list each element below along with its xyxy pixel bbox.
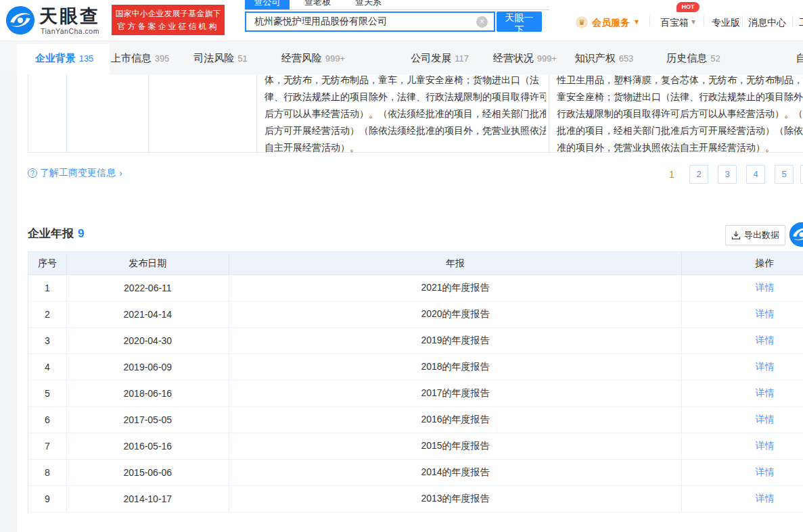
tab-count: 117: [455, 53, 469, 64]
detail-link[interactable]: 详情: [756, 308, 775, 320]
search-button[interactable]: 天眼一下: [497, 11, 542, 32]
detail-link[interactable]: 详情: [756, 414, 775, 426]
change-before-cell: 体，无纺布，无纺布制品，童车，儿童安全座椅；货物进出口（法 律、行政法规禁止的项…: [265, 72, 546, 156]
message-center-link[interactable]: 消息中心: [748, 17, 786, 29]
text-line: 性卫生用品，塑料薄膜，复合芯体，无纺布，无纺布制品，童车，儿: [557, 72, 803, 89]
search-tab-company[interactable]: 查公司: [245, 0, 290, 9]
clear-search-icon[interactable]: ×: [476, 16, 488, 28]
row-report: 2020的年度报告: [229, 301, 682, 327]
tab-label: 自: [796, 52, 803, 65]
tab-history-info[interactable]: 历史信息 52: [666, 41, 720, 75]
tab-label: 上市信息: [111, 52, 152, 65]
logo-title[interactable]: 天眼查: [39, 4, 100, 28]
text-line: 准的项目外，凭营业执照依法自主开展经营活动）。: [557, 139, 803, 156]
tab-label: 司法风险: [193, 52, 234, 65]
row-report: 2015的年度报告: [229, 433, 682, 459]
column-header-date: 发布日期: [67, 252, 229, 274]
row-no: 3: [28, 328, 67, 354]
gov-certification-badge: 国家中小企业发展子基金旗下 官方备案企业征信机构: [112, 5, 225, 35]
change-table-border: [256, 74, 257, 152]
text-line: 自主开展经营活动）。: [265, 139, 546, 156]
detail-link[interactable]: 详情: [756, 493, 775, 505]
page: 天眼查 TianYanCha.com 国家中小企业发展子基金旗下 官方备案企业征…: [0, 0, 803, 532]
table-row: 5 2018-06-16 2017的年度报告 详情: [28, 381, 803, 407]
tab-operation-risk[interactable]: 经营风险 999+: [281, 41, 345, 75]
tab-count: 395: [155, 53, 170, 64]
section-count: 9: [78, 227, 84, 240]
change-info-link-label: 了解工商变更信息: [40, 167, 116, 179]
table-row: 8 2015-06-06 2014的年度报告 详情: [28, 460, 803, 486]
row-report: 2018的年度报告: [229, 354, 682, 380]
row-no: 2: [28, 301, 67, 327]
question-circle-icon: ?: [28, 168, 37, 178]
toolbox-caret-icon: ▾: [691, 17, 695, 26]
row-date: 2016-05-16: [67, 433, 229, 459]
search-tab-boss[interactable]: 查老板: [295, 0, 340, 9]
tab-count: 653: [619, 53, 634, 64]
tab-partial[interactable]: 自: [796, 41, 803, 75]
detail-link[interactable]: 详情: [756, 440, 775, 452]
detail-link[interactable]: 详情: [756, 282, 775, 294]
header-partial-item[interactable]: 工: [799, 17, 803, 29]
search-tab-relation[interactable]: 查关系: [346, 0, 391, 9]
vip-crown-icon: ♛: [576, 16, 588, 28]
tab-count: 135: [79, 53, 94, 64]
tab-label: 公司发展: [411, 52, 451, 65]
column-header-action: 操作: [682, 252, 803, 274]
tab-listing-info[interactable]: 上市信息 395: [111, 41, 170, 75]
header-divider: [792, 16, 793, 26]
tab-intellectual-property[interactable]: 知识产权 653: [575, 41, 634, 75]
tab-count: 52: [710, 53, 720, 64]
header-divider: [704, 16, 704, 26]
pro-version-link[interactable]: 专业版: [712, 17, 740, 29]
floating-tianyancha-button[interactable]: [789, 222, 803, 247]
pagination-current-page: 1: [665, 169, 679, 180]
tab-operation-status[interactable]: 经营状况 999+: [493, 41, 557, 75]
row-date: 2014-10-17: [67, 486, 229, 512]
export-data-button[interactable]: 导出数据: [725, 225, 785, 245]
text-line: 批准的项目，经相关部门批准后方可开展经营活动）（除依法须经批: [557, 122, 803, 139]
tab-label: 历史信息: [666, 52, 707, 65]
row-date: 2015-06-06: [67, 460, 229, 485]
column-header-no: 序号: [28, 252, 67, 274]
chevron-right-icon: ›: [119, 168, 122, 178]
table-row: 6 2017-05-05 2016的年度报告 详情: [28, 407, 803, 433]
pagination-page-4[interactable]: 4: [746, 165, 765, 184]
row-report: 2017的年度报告: [229, 381, 682, 406]
top-header: 天眼查 TianYanCha.com 国家中小企业发展子基金旗下 官方备案企业征…: [0, 0, 803, 41]
row-no: 6: [28, 407, 67, 433]
row-date: 2022-06-11: [67, 275, 229, 301]
pagination-page-2[interactable]: 2: [689, 165, 708, 184]
tab-company-background[interactable]: 企业背景 135: [35, 41, 94, 75]
detail-link[interactable]: 详情: [756, 387, 775, 400]
row-no: 1: [28, 275, 67, 301]
search-area: 查公司 查老板 查关系 × 天眼一下: [245, 0, 549, 41]
text-line: 律、行政法规禁止的项目除外，法律、行政法规限制的项目取得许可: [265, 89, 546, 105]
text-line: 后方可开展经营活动）（除依法须经批准的项目外，凭营业执照依法: [265, 122, 546, 139]
table-row: 3 2020-04-30 2019的年度报告 详情: [28, 328, 803, 354]
row-report: 2016的年度报告: [229, 407, 682, 433]
pagination-page-5[interactable]: 5: [775, 165, 794, 184]
detail-link[interactable]: 详情: [756, 335, 775, 347]
hot-badge: HOT: [676, 2, 699, 12]
vip-services-menu[interactable]: 会员服务: [592, 17, 630, 29]
row-date: 2020-04-30: [67, 328, 229, 354]
pagination-page-3[interactable]: 3: [718, 165, 737, 184]
toolbox-menu[interactable]: 百宝箱: [660, 17, 689, 29]
pagination-page-next-partial[interactable]: [800, 165, 803, 184]
detail-link[interactable]: 详情: [756, 466, 775, 479]
vip-caret-icon: ▾: [635, 17, 639, 26]
tab-judicial-risk[interactable]: 司法风险 51: [193, 41, 247, 75]
search-tabs: 查公司 查老板 查关系: [245, 0, 391, 9]
search-input[interactable]: [245, 11, 495, 32]
tab-company-development[interactable]: 公司发展 117: [411, 41, 469, 75]
detail-link[interactable]: 详情: [756, 361, 775, 373]
text-line: 体，无纺布，无纺布制品，童车，儿童安全座椅；货物进出口（法: [265, 72, 546, 89]
tianyancha-logo-icon[interactable]: [5, 5, 35, 35]
change-table-border: [66, 74, 67, 152]
section-title-text: 企业年报: [28, 227, 74, 240]
gov-badge-line2: 官方备案企业征信机构: [118, 20, 219, 33]
annual-report-section-title: 企业年报9: [28, 226, 84, 241]
tab-label: 企业背景: [35, 52, 76, 65]
change-info-link[interactable]: ? 了解工商变更信息 ›: [28, 167, 122, 179]
